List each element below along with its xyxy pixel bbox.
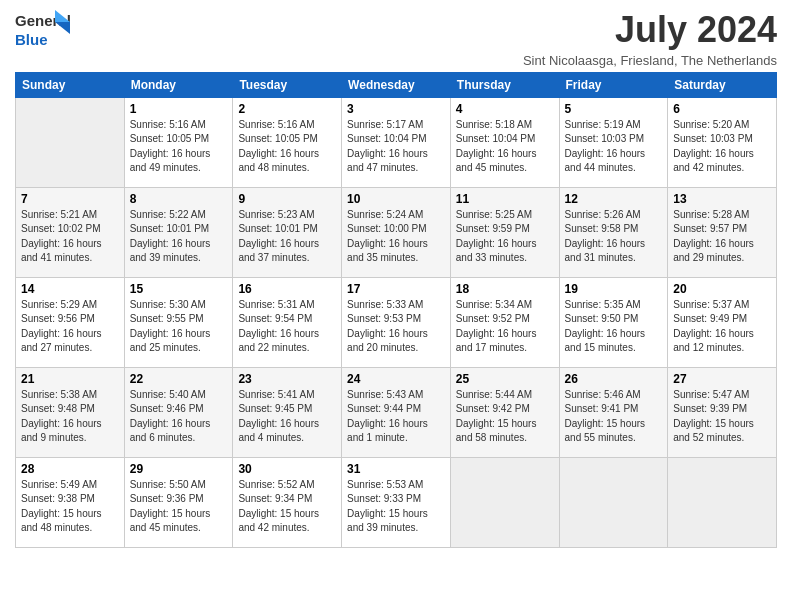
day-number: 14	[21, 282, 119, 296]
calendar-week-row: 1Sunrise: 5:16 AMSunset: 10:05 PMDayligh…	[16, 97, 777, 187]
day-number: 1	[130, 102, 228, 116]
calendar-cell	[559, 457, 668, 547]
day-info: Sunrise: 5:52 AMSunset: 9:34 PMDaylight:…	[238, 478, 336, 536]
day-header-sunday: Sunday	[16, 72, 125, 97]
title-area: July 2024Sint Nicolaasga, Friesland, The…	[523, 10, 777, 68]
day-info: Sunrise: 5:25 AMSunset: 9:59 PMDaylight:…	[456, 208, 554, 266]
day-info: Sunrise: 5:37 AMSunset: 9:49 PMDaylight:…	[673, 298, 771, 356]
day-number: 31	[347, 462, 445, 476]
day-info: Sunrise: 5:46 AMSunset: 9:41 PMDaylight:…	[565, 388, 663, 446]
day-info: Sunrise: 5:49 AMSunset: 9:38 PMDaylight:…	[21, 478, 119, 536]
location-subtitle: Sint Nicolaasga, Friesland, The Netherla…	[523, 53, 777, 68]
calendar-cell: 13Sunrise: 5:28 AMSunset: 9:57 PMDayligh…	[668, 187, 777, 277]
calendar-cell: 1Sunrise: 5:16 AMSunset: 10:05 PMDayligh…	[124, 97, 233, 187]
day-info: Sunrise: 5:26 AMSunset: 9:58 PMDaylight:…	[565, 208, 663, 266]
calendar-cell: 7Sunrise: 5:21 AMSunset: 10:02 PMDayligh…	[16, 187, 125, 277]
day-info: Sunrise: 5:29 AMSunset: 9:56 PMDaylight:…	[21, 298, 119, 356]
calendar-table: SundayMondayTuesdayWednesdayThursdayFrid…	[15, 72, 777, 548]
day-number: 5	[565, 102, 663, 116]
calendar-cell: 12Sunrise: 5:26 AMSunset: 9:58 PMDayligh…	[559, 187, 668, 277]
day-info: Sunrise: 5:18 AMSunset: 10:04 PMDaylight…	[456, 118, 554, 176]
calendar-cell: 6Sunrise: 5:20 AMSunset: 10:03 PMDayligh…	[668, 97, 777, 187]
calendar-cell: 11Sunrise: 5:25 AMSunset: 9:59 PMDayligh…	[450, 187, 559, 277]
day-number: 2	[238, 102, 336, 116]
calendar-cell: 26Sunrise: 5:46 AMSunset: 9:41 PMDayligh…	[559, 367, 668, 457]
day-info: Sunrise: 5:38 AMSunset: 9:48 PMDaylight:…	[21, 388, 119, 446]
day-info: Sunrise: 5:22 AMSunset: 10:01 PMDaylight…	[130, 208, 228, 266]
day-number: 9	[238, 192, 336, 206]
day-number: 22	[130, 372, 228, 386]
day-info: Sunrise: 5:35 AMSunset: 9:50 PMDaylight:…	[565, 298, 663, 356]
day-header-saturday: Saturday	[668, 72, 777, 97]
day-info: Sunrise: 5:53 AMSunset: 9:33 PMDaylight:…	[347, 478, 445, 536]
calendar-cell: 10Sunrise: 5:24 AMSunset: 10:00 PMDaylig…	[342, 187, 451, 277]
month-title: July 2024	[523, 10, 777, 50]
calendar-cell: 18Sunrise: 5:34 AMSunset: 9:52 PMDayligh…	[450, 277, 559, 367]
calendar-cell: 16Sunrise: 5:31 AMSunset: 9:54 PMDayligh…	[233, 277, 342, 367]
day-number: 21	[21, 372, 119, 386]
day-info: Sunrise: 5:31 AMSunset: 9:54 PMDaylight:…	[238, 298, 336, 356]
calendar-cell: 14Sunrise: 5:29 AMSunset: 9:56 PMDayligh…	[16, 277, 125, 367]
day-info: Sunrise: 5:23 AMSunset: 10:01 PMDaylight…	[238, 208, 336, 266]
calendar-cell: 8Sunrise: 5:22 AMSunset: 10:01 PMDayligh…	[124, 187, 233, 277]
logo: GeneralBlue	[15, 10, 70, 52]
day-number: 20	[673, 282, 771, 296]
day-number: 23	[238, 372, 336, 386]
day-info: Sunrise: 5:16 AMSunset: 10:05 PMDaylight…	[238, 118, 336, 176]
logo-icon: GeneralBlue	[15, 10, 70, 52]
calendar-cell: 17Sunrise: 5:33 AMSunset: 9:53 PMDayligh…	[342, 277, 451, 367]
calendar-cell: 23Sunrise: 5:41 AMSunset: 9:45 PMDayligh…	[233, 367, 342, 457]
day-info: Sunrise: 5:41 AMSunset: 9:45 PMDaylight:…	[238, 388, 336, 446]
calendar-cell: 29Sunrise: 5:50 AMSunset: 9:36 PMDayligh…	[124, 457, 233, 547]
day-number: 16	[238, 282, 336, 296]
day-info: Sunrise: 5:50 AMSunset: 9:36 PMDaylight:…	[130, 478, 228, 536]
day-info: Sunrise: 5:34 AMSunset: 9:52 PMDaylight:…	[456, 298, 554, 356]
day-info: Sunrise: 5:30 AMSunset: 9:55 PMDaylight:…	[130, 298, 228, 356]
day-number: 18	[456, 282, 554, 296]
page-header: GeneralBlueJuly 2024Sint Nicolaasga, Fri…	[15, 10, 777, 68]
calendar-cell: 24Sunrise: 5:43 AMSunset: 9:44 PMDayligh…	[342, 367, 451, 457]
day-header-wednesday: Wednesday	[342, 72, 451, 97]
day-number: 30	[238, 462, 336, 476]
day-info: Sunrise: 5:21 AMSunset: 10:02 PMDaylight…	[21, 208, 119, 266]
calendar-cell: 27Sunrise: 5:47 AMSunset: 9:39 PMDayligh…	[668, 367, 777, 457]
day-info: Sunrise: 5:47 AMSunset: 9:39 PMDaylight:…	[673, 388, 771, 446]
calendar-week-row: 21Sunrise: 5:38 AMSunset: 9:48 PMDayligh…	[16, 367, 777, 457]
calendar-cell: 5Sunrise: 5:19 AMSunset: 10:03 PMDayligh…	[559, 97, 668, 187]
day-number: 24	[347, 372, 445, 386]
calendar-cell: 22Sunrise: 5:40 AMSunset: 9:46 PMDayligh…	[124, 367, 233, 457]
day-number: 15	[130, 282, 228, 296]
calendar-cell	[450, 457, 559, 547]
calendar-week-row: 7Sunrise: 5:21 AMSunset: 10:02 PMDayligh…	[16, 187, 777, 277]
day-info: Sunrise: 5:44 AMSunset: 9:42 PMDaylight:…	[456, 388, 554, 446]
day-info: Sunrise: 5:24 AMSunset: 10:00 PMDaylight…	[347, 208, 445, 266]
day-info: Sunrise: 5:16 AMSunset: 10:05 PMDaylight…	[130, 118, 228, 176]
day-number: 17	[347, 282, 445, 296]
calendar-cell: 28Sunrise: 5:49 AMSunset: 9:38 PMDayligh…	[16, 457, 125, 547]
day-number: 25	[456, 372, 554, 386]
calendar-cell: 31Sunrise: 5:53 AMSunset: 9:33 PMDayligh…	[342, 457, 451, 547]
calendar-cell: 30Sunrise: 5:52 AMSunset: 9:34 PMDayligh…	[233, 457, 342, 547]
day-number: 3	[347, 102, 445, 116]
calendar-cell: 4Sunrise: 5:18 AMSunset: 10:04 PMDayligh…	[450, 97, 559, 187]
day-number: 8	[130, 192, 228, 206]
calendar-week-row: 14Sunrise: 5:29 AMSunset: 9:56 PMDayligh…	[16, 277, 777, 367]
calendar-cell: 3Sunrise: 5:17 AMSunset: 10:04 PMDayligh…	[342, 97, 451, 187]
calendar-header-row: SundayMondayTuesdayWednesdayThursdayFrid…	[16, 72, 777, 97]
day-header-monday: Monday	[124, 72, 233, 97]
day-header-thursday: Thursday	[450, 72, 559, 97]
day-number: 10	[347, 192, 445, 206]
day-number: 26	[565, 372, 663, 386]
calendar-cell	[16, 97, 125, 187]
svg-text:Blue: Blue	[15, 31, 48, 48]
calendar-cell: 25Sunrise: 5:44 AMSunset: 9:42 PMDayligh…	[450, 367, 559, 457]
calendar-cell: 20Sunrise: 5:37 AMSunset: 9:49 PMDayligh…	[668, 277, 777, 367]
calendar-cell: 19Sunrise: 5:35 AMSunset: 9:50 PMDayligh…	[559, 277, 668, 367]
day-info: Sunrise: 5:20 AMSunset: 10:03 PMDaylight…	[673, 118, 771, 176]
day-number: 7	[21, 192, 119, 206]
day-number: 28	[21, 462, 119, 476]
calendar-cell	[668, 457, 777, 547]
day-info: Sunrise: 5:28 AMSunset: 9:57 PMDaylight:…	[673, 208, 771, 266]
day-number: 29	[130, 462, 228, 476]
day-info: Sunrise: 5:43 AMSunset: 9:44 PMDaylight:…	[347, 388, 445, 446]
